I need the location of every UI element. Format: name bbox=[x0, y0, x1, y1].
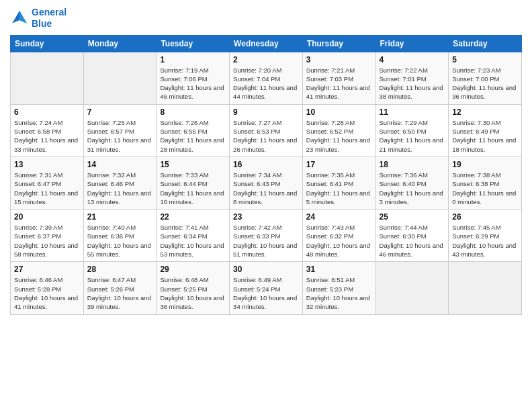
day-info: Sunrise: 7:35 AM Sunset: 6:41 PM Dayligh… bbox=[306, 171, 372, 206]
day-info: Sunrise: 6:49 AM Sunset: 5:24 PM Dayligh… bbox=[233, 275, 299, 311]
calendar-page: GeneralBlue SundayMondayTuesdayWednesday… bbox=[0, 0, 532, 411]
day-cell: 31Sunrise: 6:51 AM Sunset: 5:23 PM Dayli… bbox=[302, 262, 375, 314]
day-number: 28 bbox=[87, 265, 153, 274]
day-info: Sunrise: 7:36 AM Sunset: 6:40 PM Dayligh… bbox=[380, 171, 445, 206]
day-cell: 18Sunrise: 7:36 AM Sunset: 6:40 PM Dayli… bbox=[375, 156, 449, 209]
day-cell: 25Sunrise: 7:44 AM Sunset: 6:30 PM Dayli… bbox=[375, 210, 449, 262]
day-cell: 24Sunrise: 7:43 AM Sunset: 6:32 PM Dayli… bbox=[302, 210, 375, 262]
day-info: Sunrise: 6:51 AM Sunset: 5:23 PM Dayligh… bbox=[306, 275, 372, 311]
day-number: 24 bbox=[306, 212, 372, 222]
weekday-header-saturday: Saturday bbox=[449, 35, 522, 52]
day-cell: 1Sunrise: 7:19 AM Sunset: 7:06 PM Daylig… bbox=[157, 52, 230, 104]
day-info: Sunrise: 7:32 AM Sunset: 6:46 PM Dayligh… bbox=[87, 171, 153, 206]
week-row-2: 6Sunrise: 7:24 AM Sunset: 6:58 PM Daylig… bbox=[11, 104, 522, 156]
day-cell: 13Sunrise: 7:31 AM Sunset: 6:47 PM Dayli… bbox=[11, 156, 84, 209]
calendar-table: SundayMondayTuesdayWednesdayThursdayFrid… bbox=[10, 35, 522, 315]
day-cell: 11Sunrise: 7:29 AM Sunset: 6:50 PM Dayli… bbox=[375, 104, 449, 156]
day-cell: 15Sunrise: 7:33 AM Sunset: 6:44 PM Dayli… bbox=[157, 156, 230, 209]
day-info: Sunrise: 7:24 AM Sunset: 6:58 PM Dayligh… bbox=[14, 118, 80, 154]
day-number: 25 bbox=[380, 212, 445, 222]
day-cell: 29Sunrise: 6:48 AM Sunset: 5:25 PM Dayli… bbox=[157, 262, 230, 314]
weekday-header-friday: Friday bbox=[375, 35, 449, 52]
day-info: Sunrise: 6:46 AM Sunset: 5:28 PM Dayligh… bbox=[14, 275, 80, 311]
day-info: Sunrise: 7:38 AM Sunset: 6:38 PM Dayligh… bbox=[452, 171, 518, 206]
day-cell: 8Sunrise: 7:26 AM Sunset: 6:55 PM Daylig… bbox=[157, 104, 230, 156]
day-cell bbox=[83, 52, 157, 104]
day-cell: 23Sunrise: 7:42 AM Sunset: 6:33 PM Dayli… bbox=[230, 210, 303, 262]
day-cell: 30Sunrise: 6:49 AM Sunset: 5:24 PM Dayli… bbox=[230, 262, 303, 314]
day-info: Sunrise: 6:47 AM Sunset: 5:26 PM Dayligh… bbox=[87, 275, 153, 311]
day-number: 22 bbox=[160, 212, 226, 222]
day-cell: 26Sunrise: 7:45 AM Sunset: 6:29 PM Dayli… bbox=[449, 210, 522, 262]
day-number: 4 bbox=[380, 55, 445, 64]
day-cell bbox=[375, 262, 449, 314]
day-number: 2 bbox=[233, 55, 299, 64]
day-cell: 14Sunrise: 7:32 AM Sunset: 6:46 PM Dayli… bbox=[83, 156, 157, 209]
day-cell: 21Sunrise: 7:40 AM Sunset: 6:36 PM Dayli… bbox=[83, 210, 157, 262]
day-info: Sunrise: 7:29 AM Sunset: 6:50 PM Dayligh… bbox=[380, 118, 445, 154]
day-number: 18 bbox=[380, 160, 445, 169]
day-number: 8 bbox=[160, 107, 226, 117]
day-cell bbox=[449, 262, 522, 314]
day-number: 29 bbox=[160, 265, 226, 274]
day-info: Sunrise: 7:23 AM Sunset: 7:00 PM Dayligh… bbox=[452, 66, 518, 101]
day-number: 21 bbox=[87, 212, 153, 222]
day-info: Sunrise: 7:26 AM Sunset: 6:55 PM Dayligh… bbox=[160, 118, 226, 154]
day-number: 15 bbox=[160, 160, 226, 169]
day-info: Sunrise: 7:41 AM Sunset: 6:34 PM Dayligh… bbox=[160, 223, 226, 259]
day-info: Sunrise: 7:43 AM Sunset: 6:32 PM Dayligh… bbox=[306, 223, 372, 259]
day-info: Sunrise: 7:34 AM Sunset: 6:43 PM Dayligh… bbox=[233, 171, 299, 206]
day-cell: 10Sunrise: 7:28 AM Sunset: 6:52 PM Dayli… bbox=[302, 104, 375, 156]
day-info: Sunrise: 7:33 AM Sunset: 6:44 PM Dayligh… bbox=[160, 171, 226, 206]
day-info: Sunrise: 7:25 AM Sunset: 6:57 PM Dayligh… bbox=[87, 118, 153, 154]
day-number: 20 bbox=[14, 212, 80, 222]
day-cell: 9Sunrise: 7:27 AM Sunset: 6:53 PM Daylig… bbox=[230, 104, 303, 156]
weekday-header-thursday: Thursday bbox=[302, 35, 375, 52]
day-number: 10 bbox=[306, 107, 372, 117]
day-number: 14 bbox=[87, 160, 153, 169]
calendar-header: SundayMondayTuesdayWednesdayThursdayFrid… bbox=[11, 35, 522, 52]
day-cell: 2Sunrise: 7:20 AM Sunset: 7:04 PM Daylig… bbox=[230, 52, 303, 104]
day-cell: 12Sunrise: 7:30 AM Sunset: 6:49 PM Dayli… bbox=[449, 104, 522, 156]
week-row-1: 1Sunrise: 7:19 AM Sunset: 7:06 PM Daylig… bbox=[11, 52, 522, 104]
day-number: 12 bbox=[452, 107, 518, 117]
weekday-header-wednesday: Wednesday bbox=[230, 35, 303, 52]
day-number: 11 bbox=[380, 107, 445, 117]
week-row-3: 13Sunrise: 7:31 AM Sunset: 6:47 PM Dayli… bbox=[11, 156, 522, 209]
day-number: 9 bbox=[233, 107, 299, 117]
day-info: Sunrise: 7:44 AM Sunset: 6:30 PM Dayligh… bbox=[380, 223, 445, 259]
day-number: 30 bbox=[233, 265, 299, 274]
day-cell: 16Sunrise: 7:34 AM Sunset: 6:43 PM Dayli… bbox=[230, 156, 303, 209]
calendar-body: 1Sunrise: 7:19 AM Sunset: 7:06 PM Daylig… bbox=[11, 52, 522, 314]
week-row-4: 20Sunrise: 7:39 AM Sunset: 6:37 PM Dayli… bbox=[11, 210, 522, 262]
day-cell: 3Sunrise: 7:21 AM Sunset: 7:03 PM Daylig… bbox=[302, 52, 375, 104]
day-info: Sunrise: 7:27 AM Sunset: 6:53 PM Dayligh… bbox=[233, 118, 299, 154]
day-number: 27 bbox=[14, 265, 80, 274]
day-number: 13 bbox=[14, 160, 80, 169]
logo-text: GeneralBlue bbox=[32, 7, 66, 30]
day-number: 1 bbox=[160, 55, 226, 64]
day-info: Sunrise: 7:31 AM Sunset: 6:47 PM Dayligh… bbox=[14, 171, 80, 206]
day-info: Sunrise: 7:19 AM Sunset: 7:06 PM Dayligh… bbox=[160, 66, 226, 101]
day-info: Sunrise: 7:42 AM Sunset: 6:33 PM Dayligh… bbox=[233, 223, 299, 259]
day-number: 5 bbox=[452, 55, 518, 64]
week-row-5: 27Sunrise: 6:46 AM Sunset: 5:28 PM Dayli… bbox=[11, 262, 522, 314]
day-info: Sunrise: 7:39 AM Sunset: 6:37 PM Dayligh… bbox=[14, 223, 80, 259]
day-info: Sunrise: 7:45 AM Sunset: 6:29 PM Dayligh… bbox=[452, 223, 518, 259]
day-info: Sunrise: 6:48 AM Sunset: 5:25 PM Dayligh… bbox=[160, 275, 226, 311]
day-cell: 4Sunrise: 7:22 AM Sunset: 7:01 PM Daylig… bbox=[375, 52, 449, 104]
day-number: 17 bbox=[306, 160, 372, 169]
day-cell: 5Sunrise: 7:23 AM Sunset: 7:00 PM Daylig… bbox=[449, 52, 522, 104]
day-info: Sunrise: 7:30 AM Sunset: 6:49 PM Dayligh… bbox=[452, 118, 518, 154]
weekday-header-sunday: Sunday bbox=[11, 35, 84, 52]
day-number: 6 bbox=[14, 107, 80, 117]
day-cell: 27Sunrise: 6:46 AM Sunset: 5:28 PM Dayli… bbox=[11, 262, 84, 314]
day-cell bbox=[11, 52, 84, 104]
day-number: 31 bbox=[306, 265, 372, 274]
day-number: 19 bbox=[452, 160, 518, 169]
weekday-header-monday: Monday bbox=[83, 35, 157, 52]
day-number: 3 bbox=[306, 55, 372, 64]
day-info: Sunrise: 7:40 AM Sunset: 6:36 PM Dayligh… bbox=[87, 223, 153, 259]
day-number: 23 bbox=[233, 212, 299, 222]
day-cell: 28Sunrise: 6:47 AM Sunset: 5:26 PM Dayli… bbox=[83, 262, 157, 314]
